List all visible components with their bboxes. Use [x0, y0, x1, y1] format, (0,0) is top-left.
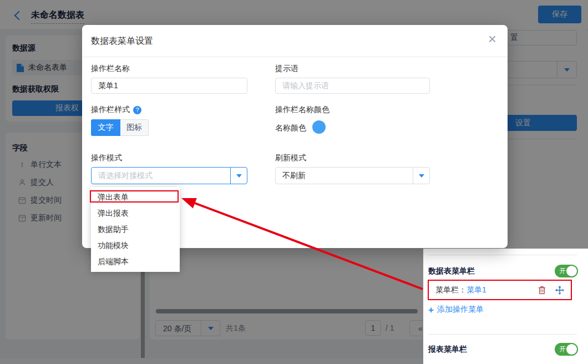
menu-bar-panel: 数据表菜单栏 开 菜单栏： 菜单1 + 添加操作菜单 报表菜单栏	[423, 249, 588, 364]
chevron-down-icon	[419, 174, 424, 178]
toggle-knob	[566, 344, 577, 355]
refresh-select[interactable]: 不刷新	[275, 167, 430, 184]
plus-icon: +	[428, 305, 434, 315]
tip-label: 提示语	[275, 64, 298, 74]
add-menu-label: 添加操作菜单	[437, 305, 484, 315]
style-label: 操作栏样式 ?	[91, 105, 141, 115]
color-swatch[interactable]	[312, 120, 326, 134]
chevron-down-icon	[236, 174, 242, 178]
dropdown-option[interactable]: 数据助手	[91, 221, 180, 237]
menu-bar-row[interactable]: 菜单栏： 菜单1	[428, 280, 572, 300]
menu-row-name[interactable]: 菜单1	[467, 285, 486, 295]
table-menu-bar-label: 数据表菜单栏	[428, 266, 475, 276]
toggle-knob	[566, 266, 577, 276]
action-name-input[interactable]: 菜单1	[91, 78, 247, 94]
dropdown-option[interactable]: 功能模块	[91, 237, 180, 254]
tip-input[interactable]: 请输入提示语	[275, 78, 430, 94]
add-menu-link[interactable]: + 添加操作菜单	[428, 305, 484, 315]
mode-select[interactable]: 请选择对接模式	[91, 167, 247, 184]
close-icon[interactable]: ×	[488, 32, 496, 46]
help-icon[interactable]: ?	[133, 106, 141, 114]
dropdown-option[interactable]: 后端脚本	[91, 254, 180, 270]
move-icon[interactable]	[555, 286, 564, 295]
menu-settings-dialog: 数据表菜单设置 × 操作栏名称 提示语 菜单1 请输入提示语 操作栏样式 ? 操…	[82, 25, 508, 248]
table-menu-toggle[interactable]: 开	[555, 265, 578, 277]
style-tab-text[interactable]: 文字	[91, 119, 120, 136]
name-color-section-label: 操作栏名称颜色	[275, 105, 330, 115]
mode-label: 操作模式	[91, 153, 122, 163]
menu-row-prefix: 菜单栏：	[435, 285, 467, 295]
dropdown-option[interactable]: 弹出报表	[91, 205, 180, 221]
style-tab-icon[interactable]: 图标	[120, 119, 149, 136]
report-menu-bar-label: 报表菜单栏	[428, 345, 467, 355]
refresh-label: 刷新模式	[275, 153, 306, 163]
dialog-title: 数据表菜单设置	[91, 36, 153, 47]
name-color-label: 名称颜色	[275, 123, 306, 133]
trash-icon[interactable]	[538, 286, 546, 295]
report-menu-toggle[interactable]: 开	[555, 343, 578, 356]
action-name-label: 操作栏名称	[91, 64, 130, 74]
annotation-box	[90, 190, 179, 203]
